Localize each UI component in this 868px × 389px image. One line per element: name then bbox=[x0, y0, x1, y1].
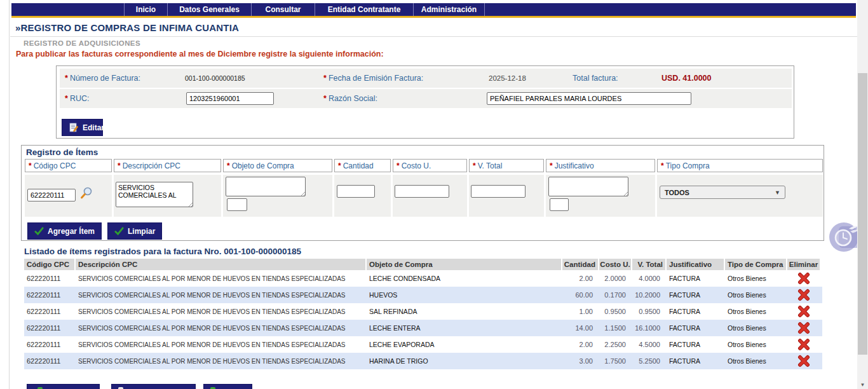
section-subtitle: REGISTRO DE ADQUISICIONES bbox=[24, 39, 140, 47]
invoice-row-2: *RUC: *Razón Social: bbox=[60, 89, 792, 108]
cell-objeto-compra: LECHE EVAPORADA bbox=[367, 336, 561, 353]
instruction-message: Para publicar las facturas correspondien… bbox=[16, 50, 384, 58]
codigo-cpc-input[interactable] bbox=[27, 189, 76, 201]
cell-tipo-de-compra: Otros Bienes bbox=[725, 320, 786, 336]
table-row: 622220111 SERVICIOS COMERCIALES AL POR M… bbox=[24, 287, 822, 303]
agregar-item-button[interactable]: Agregar Ítem bbox=[27, 222, 102, 240]
cell-justificativo: FACTURA bbox=[667, 320, 724, 336]
costo-u-cell bbox=[393, 175, 467, 217]
delete-x-icon[interactable] bbox=[797, 289, 810, 301]
cell-costo-u: 0.9500 bbox=[599, 303, 631, 320]
limpiar-label: Limpiar bbox=[128, 227, 155, 236]
cell-v-total: 5.2500 bbox=[632, 353, 665, 369]
cell-tipo-de-compra: Otros Bienes bbox=[725, 287, 786, 303]
table-row: 622220111 SERVICIOS COMERCIALES AL POR M… bbox=[24, 320, 822, 336]
cell-costo-u: 1.7500 bbox=[599, 353, 631, 369]
cell-cantidad: 14.00 bbox=[562, 320, 598, 336]
cell-cantidad: 3.00 bbox=[562, 353, 598, 369]
nav-label: Consultar bbox=[265, 5, 301, 14]
ruc-input[interactable] bbox=[186, 92, 274, 105]
delete-x-icon[interactable] bbox=[797, 322, 810, 334]
cell-justificativo: FACTURA bbox=[667, 287, 724, 303]
cell-cantidad: 60.00 bbox=[562, 287, 598, 303]
limpiar-button[interactable]: Limpiar bbox=[107, 222, 162, 240]
bottom-action-button-2[interactable] bbox=[111, 384, 196, 389]
cell-tipo-de-compra: Otros Bienes bbox=[725, 270, 786, 287]
descripcion-cpc-textarea[interactable]: SERVICIOS COMERCIALES AL bbox=[116, 182, 193, 207]
check-icon bbox=[114, 226, 124, 236]
items-table-header: Código CPC Descripción CPC Objeto de Com… bbox=[24, 259, 822, 270]
razon-social-label: *Razón Social: bbox=[323, 94, 377, 103]
th-costo-u: Costo U. bbox=[599, 259, 631, 270]
nav-item-entidad-contratante[interactable]: Entidad Contratante bbox=[315, 3, 413, 16]
cell-v-total: 0.9500 bbox=[632, 303, 665, 320]
delete-x-icon[interactable] bbox=[797, 355, 810, 367]
table-row: 622220111 SERVICIOS COMERCIALES AL POR M… bbox=[24, 353, 822, 369]
cantidad-cell bbox=[334, 175, 391, 217]
th-eliminar: Eliminar bbox=[787, 259, 820, 270]
justificativo-textarea[interactable] bbox=[548, 177, 628, 196]
left-border-line bbox=[9, 0, 10, 389]
top-navbar: Inicio Datos Generales Consultar Entidad… bbox=[11, 3, 856, 16]
vertical-scrollbar[interactable]: ▼ bbox=[857, 0, 868, 389]
justificativo-mini-input[interactable] bbox=[550, 198, 569, 211]
cell-eliminar bbox=[787, 287, 820, 303]
nav-item-consultar[interactable]: Consultar bbox=[251, 3, 315, 16]
editar-label: Editar bbox=[83, 123, 104, 132]
v-total-input[interactable] bbox=[471, 185, 526, 198]
table-row: 622220111 SERVICIOS COMERCIALES AL POR M… bbox=[24, 336, 822, 353]
chevron-down-icon: ▼ bbox=[775, 189, 780, 196]
nav-item-administracion[interactable]: Administración bbox=[413, 3, 485, 16]
th-justificativo: Justificativo bbox=[667, 259, 724, 270]
tipo-compra-cell: TODOS ▼ bbox=[657, 175, 823, 217]
cell-tipo-de-compra: Otros Bienes bbox=[725, 353, 786, 369]
nav-item-datos-generales[interactable]: Datos Generales bbox=[167, 3, 251, 16]
nav-label: Inicio bbox=[136, 5, 156, 14]
codigo-cpc-cell bbox=[25, 175, 112, 217]
col-header-tipo-compra: *Tipo Compra bbox=[657, 159, 823, 172]
tipo-compra-select[interactable]: TODOS ▼ bbox=[660, 186, 785, 199]
scrollbar-down-arrow-icon[interactable]: ▼ bbox=[857, 382, 868, 388]
cell-descripcion-cpc: SERVICIOS COMERCIALES AL POR MENOR DE HU… bbox=[76, 303, 365, 320]
v-total-cell bbox=[469, 175, 544, 217]
check-icon bbox=[34, 226, 44, 236]
cantidad-input[interactable] bbox=[337, 185, 375, 198]
search-cpc-icon[interactable] bbox=[79, 186, 93, 200]
items-form-title: Registro de Ítems bbox=[26, 147, 98, 157]
items-table: Código CPC Descripción CPC Objeto de Com… bbox=[24, 259, 822, 369]
winged-clock-widget-icon[interactable] bbox=[828, 220, 861, 253]
cell-cantidad: 2.00 bbox=[562, 270, 598, 287]
cell-codigo-cpc: 622220111 bbox=[24, 303, 74, 320]
editar-button[interactable]: Editar bbox=[62, 119, 103, 136]
scrollbar-thumb[interactable] bbox=[858, 73, 867, 355]
gold-accent-bar bbox=[11, 16, 856, 18]
objeto-compra-textarea[interactable] bbox=[226, 177, 306, 196]
bottom-action-button-3[interactable] bbox=[203, 384, 252, 389]
required-asterisk: * bbox=[323, 94, 327, 103]
page-title: »REGISTRO DE COMPRAS DE INFIMA CUANTIA bbox=[15, 22, 239, 33]
delete-x-icon[interactable] bbox=[797, 272, 810, 285]
cell-v-total: 4.5000 bbox=[632, 336, 665, 353]
justificativo-cell bbox=[546, 175, 655, 217]
cell-justificativo: FACTURA bbox=[667, 336, 724, 353]
delete-x-icon[interactable] bbox=[797, 305, 810, 318]
costo-u-input[interactable] bbox=[395, 185, 449, 198]
fecha-emision-value: 2025-12-18 bbox=[489, 74, 526, 82]
cell-codigo-cpc: 622220111 bbox=[24, 320, 74, 336]
cell-objeto-compra: HARINA DE TRIGO bbox=[367, 353, 561, 369]
nav-item-inicio[interactable]: Inicio bbox=[124, 3, 167, 16]
invoice-form-box: *Número de Factura: 001-100-000000185 *F… bbox=[56, 65, 794, 139]
tipo-compra-selected-value: TODOS bbox=[665, 189, 689, 196]
bottom-action-button-1[interactable] bbox=[27, 384, 100, 389]
page: Inicio Datos Generales Consultar Entidad… bbox=[0, 0, 868, 389]
col-header-v-total: *V. Total bbox=[469, 159, 544, 172]
agregar-item-label: Agregar Ítem bbox=[48, 227, 95, 236]
fecha-emision-label: *Fecha de Emisión Factura: bbox=[323, 74, 423, 83]
objeto-compra-mini-input[interactable] bbox=[227, 198, 247, 211]
delete-x-icon[interactable] bbox=[797, 338, 810, 351]
items-form-buttons: Agregar Ítem Limpiar bbox=[27, 222, 162, 240]
col-header-descripcion-cpc: *Descripción CPC bbox=[114, 159, 221, 172]
razon-social-input[interactable] bbox=[487, 92, 691, 105]
cell-eliminar bbox=[787, 353, 820, 369]
numero-factura-value: 001-100-000000185 bbox=[185, 74, 245, 82]
